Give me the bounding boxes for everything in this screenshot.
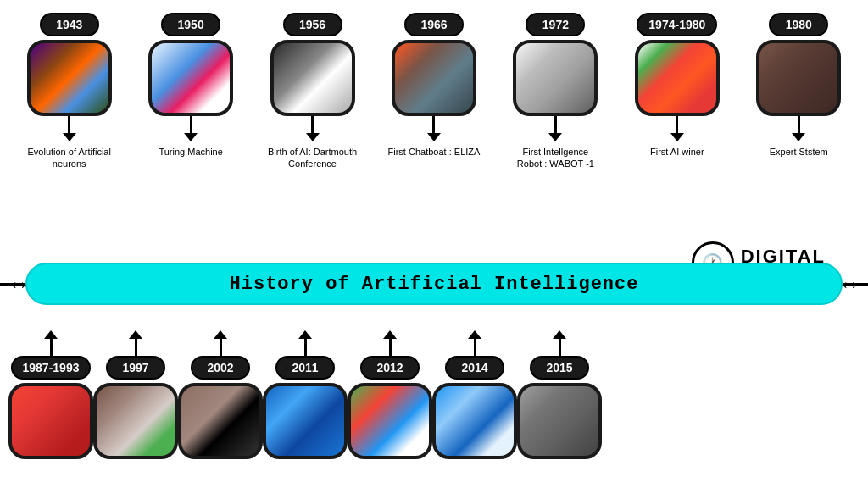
year-badge: 2002 — [191, 356, 250, 380]
year-badge: 2012 — [360, 356, 420, 380]
connector-up — [389, 339, 392, 356]
top-timeline-item: 1972 First Intellgence Robot : WABOT -1 — [507, 13, 604, 170]
year-badge: 1974-1980 — [637, 13, 717, 36]
item-image — [178, 383, 263, 459]
bottom-timeline-item: 2012 — [348, 330, 432, 459]
connector-up — [559, 339, 561, 356]
item-image — [432, 383, 517, 459]
connector-up — [50, 339, 53, 356]
top-row: 1943 Evolution of Artificial neurons 195… — [8, 13, 860, 170]
timeline-left-arrow: ↔ — [7, 271, 31, 298]
item-image — [27, 40, 112, 116]
bottom-timeline-item: 2011 — [263, 330, 348, 459]
main-container: 1943 Evolution of Artificial neurons 195… — [0, 0, 868, 488]
item-image — [756, 40, 841, 116]
connector-up — [304, 339, 307, 356]
item-image — [263, 383, 348, 459]
arrowhead-down — [184, 133, 198, 141]
connector-down — [432, 116, 435, 133]
item-image — [392, 40, 476, 116]
connector-down — [311, 116, 314, 133]
arrowhead-down — [670, 133, 684, 141]
year-badge: 1966 — [404, 13, 464, 36]
year-badge: 2011 — [275, 356, 335, 380]
connector-down — [190, 116, 192, 133]
top-timeline-item: 1950 Turing Machine — [142, 13, 240, 158]
connector-up — [135, 339, 137, 356]
year-badge: 1972 — [526, 13, 585, 36]
year-badge: 1980 — [769, 13, 828, 36]
arrowhead-up — [553, 330, 566, 339]
year-badge: 1950 — [161, 13, 220, 36]
year-badge: 1956 — [283, 13, 342, 36]
timeline-right-arrow: ↔ — [837, 271, 861, 298]
connector-up — [220, 339, 222, 356]
arrowhead-up — [298, 330, 312, 339]
item-image — [517, 383, 602, 459]
item-label: First AI winer — [650, 146, 704, 158]
item-image — [8, 383, 93, 459]
arrowhead-down — [792, 133, 805, 141]
connector-down — [554, 116, 557, 133]
timeline-banner: History of Artificial Intelligence — [25, 263, 843, 305]
item-image — [148, 40, 233, 116]
year-badge: 2014 — [445, 356, 504, 380]
year-badge: 1997 — [106, 356, 165, 380]
arrowhead-up — [383, 330, 397, 339]
arrowhead-up — [129, 330, 142, 339]
item-image — [635, 40, 720, 116]
bottom-timeline-item: 1987-1993 — [8, 330, 93, 459]
year-badge: 1987-1993 — [11, 356, 92, 380]
arrowhead-up — [468, 330, 481, 339]
item-label: Expert Ststem — [770, 146, 828, 158]
item-image — [513, 40, 598, 116]
top-timeline-item: 1966 First Chatboat : ELIZA — [385, 13, 482, 158]
arrowhead-down — [548, 133, 562, 141]
arrowhead-down — [306, 133, 320, 141]
top-timeline-item: 1980 Expert Ststem — [750, 13, 848, 158]
item-label: Birth of AI: Dartmouth Conference — [266, 146, 359, 170]
connector-down — [68, 116, 70, 133]
connector-up — [474, 339, 476, 356]
item-image — [93, 383, 178, 459]
top-timeline-item: 1943 Evolution of Artificial neurons — [20, 13, 118, 170]
item-label: First Chatboat : ELIZA — [388, 146, 481, 158]
item-label: Evolution of Artificial neurons — [23, 146, 116, 170]
year-badge: 1943 — [40, 13, 99, 36]
top-timeline-item: 1956 Birth of AI: Dartmouth Conference — [264, 13, 361, 170]
arrowhead-down — [63, 133, 76, 141]
arrowhead-up — [214, 330, 227, 339]
item-image — [270, 40, 355, 116]
arrowhead-down — [427, 133, 441, 141]
item-label: First Intellgence Robot : WABOT -1 — [509, 146, 602, 170]
bottom-timeline-item: 2015 — [517, 330, 602, 459]
item-label: Turing Machine — [159, 146, 222, 158]
item-image — [348, 383, 432, 459]
bottom-timeline-item: 2002 — [178, 330, 263, 459]
arrowhead-up — [44, 330, 58, 339]
bottom-timeline-item: 1997 — [93, 330, 178, 459]
bottom-timeline-item: 2014 — [432, 330, 517, 459]
year-badge: 2015 — [530, 356, 589, 380]
connector-down — [676, 116, 678, 133]
connector-down — [798, 116, 800, 133]
top-timeline-item: 1974-1980 First AI winer — [628, 13, 726, 158]
bottom-row: 1987-1993 1997 2002 2011 2012 2014 2015 — [8, 330, 546, 459]
banner-text: History of Artificial Intelligence — [230, 274, 639, 295]
